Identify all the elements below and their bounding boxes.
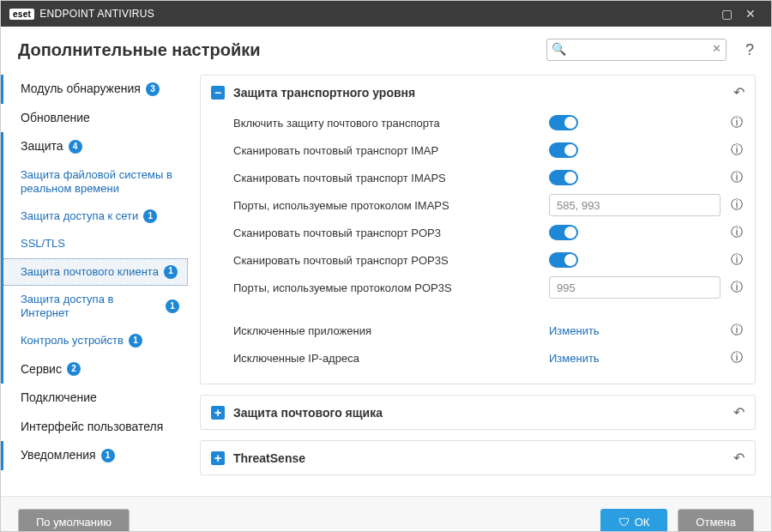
shield-icon: 🛡: [618, 516, 630, 529]
panel-threatsense: + ThreatSense ↶: [200, 440, 756, 475]
sidebar-item-web-access[interactable]: Защита доступа в Интернет 1: [1, 286, 188, 328]
search-input[interactable]: [546, 39, 727, 61]
link-edit-excluded-ips[interactable]: Изменить: [549, 352, 721, 365]
toggle-scan-imap[interactable]: [549, 142, 578, 158]
sidebar-item-protection[interactable]: Защита 4: [1, 132, 188, 161]
sidebar-badge: 1: [164, 265, 178, 279]
revert-icon[interactable]: ↶: [733, 84, 745, 100]
sidebar-label: SSL/TLS: [21, 237, 65, 251]
setting-label: Порты, используемые протоколом IMAPS: [233, 199, 540, 212]
sidebar-label: Уведомления: [21, 448, 96, 463]
input-pop3s-ports[interactable]: [549, 276, 721, 299]
ok-label: ОК: [635, 516, 650, 529]
panel-head-mailbox[interactable]: + Защита почтового ящика ↶: [201, 396, 755, 429]
sidebar-item-network-access[interactable]: Защита доступа к сети 1: [1, 203, 188, 230]
row-imaps-ports: Порты, используемые протоколом IMAPS ⓘ: [233, 191, 745, 219]
sidebar: Модуль обнаружения 3 Обновление Защита 4…: [1, 70, 188, 496]
row-scan-pop3s: Сканировать почтовый транспорт POP3S ⓘ: [233, 246, 745, 274]
setting-label: Порты, используемые протоколом POP3S: [233, 281, 540, 294]
sidebar-label: Интерфейс пользователя: [21, 420, 163, 435]
sidebar-item-ssl-tls[interactable]: SSL/TLS: [1, 230, 188, 257]
panel-title: Защита транспортного уровня: [233, 86, 725, 100]
header: Дополнительные настройки 🔍 ✕ ?: [1, 27, 771, 70]
toggle-scan-pop3[interactable]: [549, 225, 578, 240]
brand: eset ENDPOINT ANTIVIRUS: [9, 8, 154, 20]
collapse-icon[interactable]: −: [211, 86, 225, 100]
search-box: 🔍 ✕: [546, 39, 727, 61]
revert-icon[interactable]: ↶: [733, 404, 745, 420]
sidebar-item-ui[interactable]: Интерфейс пользователя: [1, 413, 188, 442]
sidebar-item-realtime-fs[interactable]: Защита файловой системы в реальном време…: [1, 161, 188, 203]
row-scan-imap: Сканировать почтовый транспорт IMAP ⓘ: [233, 136, 745, 164]
setting-label: Исключенные IP-адреса: [233, 352, 540, 365]
row-excluded-apps: Исключенные приложения Изменить ⓘ: [233, 317, 745, 344]
cancel-button[interactable]: Отмена: [678, 509, 754, 533]
row-enable-mail-transport: Включить защиту почтового транспорта ⓘ: [233, 109, 745, 136]
page-title: Дополнительные настройки: [18, 40, 534, 60]
sidebar-item-detection[interactable]: Модуль обнаружения 3: [1, 75, 188, 104]
ok-button[interactable]: 🛡 ОК: [600, 509, 668, 533]
expand-icon[interactable]: +: [211, 406, 225, 420]
sidebar-label: Обновление: [21, 111, 90, 126]
sidebar-label: Контроль устройств: [21, 334, 124, 348]
default-button[interactable]: По умолчанию: [18, 509, 130, 533]
sidebar-item-tools[interactable]: Сервис 2: [1, 355, 188, 384]
sidebar-badge: 3: [146, 82, 160, 96]
info-icon[interactable]: ⓘ: [729, 142, 745, 158]
toggle-scan-imaps[interactable]: [549, 170, 578, 185]
toggle-scan-pop3s[interactable]: [549, 252, 578, 268]
sidebar-label: Подключение: [21, 390, 97, 406]
revert-icon[interactable]: ↶: [733, 450, 745, 466]
help-button[interactable]: ?: [745, 41, 754, 59]
sidebar-badge: 1: [166, 299, 179, 313]
info-icon[interactable]: ⓘ: [729, 197, 745, 213]
titlebar: eset ENDPOINT ANTIVIRUS ▢ ✕: [1, 1, 771, 27]
sidebar-item-update[interactable]: Обновление: [1, 104, 188, 133]
sidebar-item-device-control[interactable]: Контроль устройств 1: [1, 327, 188, 354]
window-close-icon[interactable]: ✕: [739, 1, 763, 27]
row-excluded-ips: Исключенные IP-адреса Изменить ⓘ: [233, 344, 745, 372]
footer: По умолчанию 🛡 ОК Отмена: [1, 496, 771, 532]
sidebar-label: Модуль обнаружения: [21, 82, 141, 97]
toggle-enable-mail[interactable]: [549, 115, 578, 130]
window-maximize-icon[interactable]: ▢: [715, 1, 739, 27]
panel-head-transport[interactable]: − Защита транспортного уровня ↶: [201, 76, 755, 109]
link-edit-excluded-apps[interactable]: Изменить: [549, 324, 721, 337]
panel-title: Защита почтового ящика: [233, 406, 725, 420]
sidebar-label: Защита файловой системы в реальном време…: [21, 168, 179, 196]
row-pop3s-ports: Порты, используемые протоколом POP3S ⓘ: [233, 274, 745, 301]
sidebar-item-notifications[interactable]: Уведомления 1: [1, 441, 188, 470]
sidebar-badge: 1: [129, 334, 142, 348]
panel-head-threatsense[interactable]: + ThreatSense ↶: [201, 441, 755, 475]
brand-text: ENDPOINT ANTIVIRUS: [39, 8, 154, 20]
info-icon[interactable]: ⓘ: [729, 170, 745, 185]
setting-label: Исключенные приложения: [233, 324, 540, 337]
sidebar-item-connection[interactable]: Подключение: [1, 384, 188, 413]
row-scan-imaps: Сканировать почтовый транспорт IMAPS ⓘ: [233, 164, 745, 191]
info-icon[interactable]: ⓘ: [729, 350, 745, 366]
setting-label: Сканировать почтовый транспорт POP3: [233, 227, 540, 239]
sidebar-badge: 2: [67, 362, 81, 376]
info-icon[interactable]: ⓘ: [729, 115, 745, 130]
clear-search-icon[interactable]: ✕: [712, 42, 721, 55]
input-imaps-ports[interactable]: [549, 194, 721, 216]
sidebar-label: Защита доступа в Интернет: [21, 293, 160, 321]
panel-title: ThreatSense: [233, 451, 725, 465]
panel-transport: − Защита транспортного уровня ↶ Включить…: [200, 75, 756, 384]
info-icon[interactable]: ⓘ: [729, 323, 745, 338]
brand-badge: eset: [9, 9, 34, 20]
setting-label: Включить защиту почтового транспорта: [233, 117, 540, 130]
panel-mailbox: + Защита почтового ящика ↶: [200, 395, 756, 430]
sidebar-item-mail-client[interactable]: Защита почтового клиента 1: [1, 258, 188, 286]
info-icon[interactable]: ⓘ: [729, 280, 745, 295]
info-icon[interactable]: ⓘ: [729, 225, 745, 240]
sidebar-badge: 1: [101, 449, 115, 462]
setting-label: Сканировать почтовый транспорт POP3S: [233, 254, 540, 267]
setting-label: Сканировать почтовый транспорт IMAP: [233, 144, 540, 157]
expand-icon[interactable]: +: [211, 451, 225, 465]
sidebar-label: Защита доступа к сети: [21, 209, 138, 223]
setting-label: Сканировать почтовый транспорт IMAPS: [233, 172, 540, 184]
content: − Защита транспортного уровня ↶ Включить…: [188, 70, 771, 496]
info-icon[interactable]: ⓘ: [729, 252, 745, 268]
row-scan-pop3: Сканировать почтовый транспорт POP3 ⓘ: [233, 219, 745, 246]
